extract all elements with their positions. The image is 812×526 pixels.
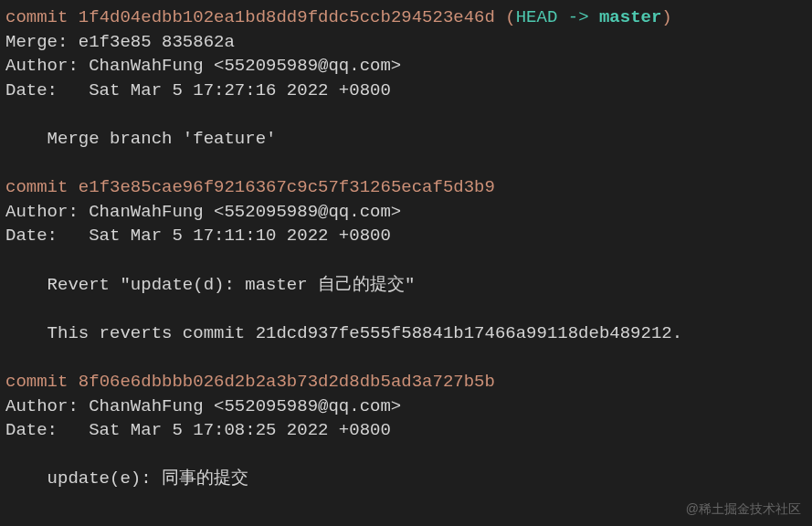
ref-close-paren: ) (661, 7, 671, 27)
commit-message: This reverts commit 21dcd937fe555f58841b… (5, 321, 807, 346)
head-ref: HEAD -> (516, 7, 599, 27)
commit-message: update(e): 同事的提交 (5, 467, 807, 491)
commit-hash: 1f4d04edbb102ea1bd8dd9fddc5ccb294523e46d (79, 7, 495, 27)
author-line: Author: ChanWahFung <552095989@qq.com> (5, 394, 807, 419)
git-log-output: commit 1f4d04edbb102ea1bd8dd9fddc5ccb294… (5, 5, 807, 491)
commit-hash-line: commit e1f3e85cae96f9216367c9c57f31265ec… (5, 175, 807, 200)
commit-entry: commit 1f4d04edbb102ea1bd8dd9fddc5ccb294… (5, 5, 807, 175)
date-line: Date: Sat Mar 5 17:08:25 2022 +0800 (5, 418, 807, 443)
branch-name: master (599, 7, 661, 27)
commit-hash: e1f3e85cae96f9216367c9c57f31265ecaf5d3b9 (79, 177, 495, 197)
commit-keyword: commit (5, 7, 79, 27)
commit-hash: 8f06e6dbbbb026d2b2a3b73d2d8db5ad3a727b5b (79, 372, 495, 392)
blank-line (5, 248, 807, 273)
watermark: @稀土掘金技术社区 (686, 500, 801, 519)
commit-hash-line: commit 1f4d04edbb102ea1bd8dd9fddc5ccb294… (5, 5, 807, 30)
blank-line (5, 345, 807, 370)
commit-entry: commit e1f3e85cae96f9216367c9c57f31265ec… (5, 175, 807, 370)
blank-line (5, 102, 807, 127)
blank-line (5, 443, 807, 468)
commit-keyword: commit (5, 372, 79, 392)
author-line: Author: ChanWahFung <552095989@qq.com> (5, 54, 807, 79)
date-line: Date: Sat Mar 5 17:27:16 2022 +0800 (5, 79, 807, 103)
commit-hash-line: commit 8f06e6dbbbb026d2b2a3b73d2d8db5ad3… (5, 370, 807, 394)
commit-entry: commit 8f06e6dbbbb026d2b2a3b73d2d8db5ad3… (5, 370, 807, 491)
commit-keyword: commit (5, 177, 79, 197)
blank-line (5, 297, 807, 321)
date-line: Date: Sat Mar 5 17:11:10 2022 +0800 (5, 224, 807, 248)
merge-line: Merge: e1f3e85 835862a (5, 30, 807, 55)
commit-message: Revert "update(d): master 自己的提交" (5, 273, 807, 298)
commit-message: Merge branch 'feature' (5, 127, 807, 152)
ref-open-paren: ( (495, 7, 516, 27)
blank-line (5, 152, 807, 176)
author-line: Author: ChanWahFung <552095989@qq.com> (5, 200, 807, 225)
